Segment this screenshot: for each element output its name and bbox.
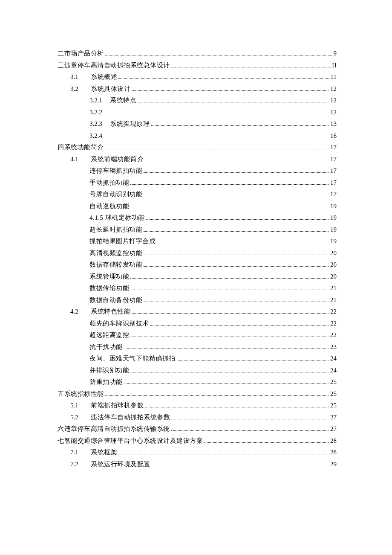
toc-entry[interactable]: 数据存储转发功能20 [58,262,337,268]
toc-entry-number: 7.2 [70,461,91,468]
toc-entry[interactable]: 3.2系统具体设计12 [58,86,337,92]
toc-entry-page: 28 [330,438,337,444]
toc-entry-title: 数据存储转发功能 [89,262,142,268]
toc-entry[interactable]: 手动抓拍功能17 [58,180,337,186]
toc-entry-page: 13 [330,121,337,127]
toc-entry[interactable]: 二市场产品分析9 [58,50,337,57]
toc-leader-dots [157,243,329,243]
toc-entry-title: 数据传输功能 [89,285,129,291]
toc-entry[interactable]: 4.1.5 球机定标功能19 [58,215,337,221]
toc-entry-page: 22 [330,320,337,327]
toc-leader-dots [105,55,332,55]
toc-leader-dots [177,360,329,360]
toc-entry[interactable]: 四系统功能简介17 [58,144,337,151]
toc-entry[interactable]: 4.1系统前端功能简介17 [58,156,337,163]
toc-entry-page: 27 [330,414,337,421]
toc-entry[interactable]: 三违章停车高清自动抓拍系统总体设计H [58,62,337,69]
toc-leader-dots [171,419,329,419]
toc-entry-number: 5.2 [70,414,91,421]
toc-entry[interactable]: 五系统指标性能25 [58,391,337,397]
toc-entry-number: 3.1 [70,74,91,80]
toc-entry-title: 系统特色性能 [91,308,130,315]
toc-entry-title: 4.1.5 球机定标功能 [89,215,145,221]
toc-entry[interactable]: 七智能交通综合管理平台中心系统设计及建设方案28 [58,438,337,444]
toc-entry-page: 28 [330,449,337,456]
toc-entry-page: 17 [330,156,337,163]
toc-entry[interactable]: 3.2.212 [58,109,337,116]
toc-entry[interactable]: 3.2.1系统特点12 [58,97,337,104]
toc-entry-title: 七智能交通综合管理平台中心系统设计及建设方案 [58,438,203,444]
toc-entry-title: 自动巡航功能 [89,203,129,209]
toc-entry-title: 号牌自动识别功能 [89,191,142,198]
toc-entry-title: 违停车辆抓拍功能 [89,168,142,174]
toc-entry-title: 前端抓拍球机参数 [91,402,144,409]
table-of-contents: 二市场产品分析9三违章停车高清自动抓拍系统总体设计H3.1系统概述113.2系统… [58,50,337,468]
toc-entry[interactable]: 7.1系统框架28 [58,449,337,456]
toc-entry[interactable]: 3.1系统概述11 [58,74,337,80]
toc-entry-page: 25 [330,391,337,397]
toc-entry-page: 9 [334,50,337,57]
toc-entry-page: 17 [330,144,337,151]
toc-entry[interactable]: 六违章停车高清自动抓拍系统传输系统27 [58,426,337,432]
toc-entry[interactable]: 5.1前端抓拍球机参数25 [58,402,337,409]
toc-entry-page: H [332,62,337,69]
toc-leader-dots [144,255,329,255]
toc-entry-title: 系统管理功能 [89,273,129,280]
toc-entry-page: 23 [330,344,337,350]
toc-leader-dots [138,102,329,102]
toc-entry[interactable]: 7.2系统运行环境及配置29 [58,461,337,468]
toc-entry-title: 防重拍功能 [89,379,123,385]
toc-entry[interactable]: 数据自动备份功能21 [58,297,337,303]
toc-entry[interactable]: 抓拍结果图片打字合成19 [58,238,337,244]
toc-leader-dots [132,90,329,91]
toc-entry-title: 违法停车自动抓拍系统参数 [91,414,170,421]
toc-entry[interactable]: 超长延时抓拍功能19 [58,227,337,233]
toc-entry-number: 4.2 [70,308,91,315]
toc-entry-page: 16 [330,133,337,139]
toc-leader-dots [118,78,329,79]
toc-entry[interactable]: 领先的车牌识别技术22 [58,320,337,327]
toc-leader-dots [144,196,329,196]
toc-entry-page: 12 [330,109,337,116]
toc-entry-title: 二市场产品分析 [58,50,104,57]
toc-entry-page: 19 [330,203,337,209]
toc-entry-title: 夜间、困难天气下能精确抓拍 [89,355,176,362]
toc-entry[interactable]: 夜间、困难天气下能精确抓拍24 [58,355,337,362]
toc-entry[interactable]: 号牌自动识别功能17 [58,191,337,198]
toc-entry-page: 17 [330,168,337,174]
toc-entry[interactable]: 3.2.3系统实现原理13 [58,121,337,127]
toc-entry[interactable]: 并排识别功能24 [58,367,337,374]
toc-entry[interactable]: 数据传输功能21 [58,285,337,291]
toc-leader-dots [130,337,329,337]
toc-leader-dots [144,172,329,173]
toc-entry[interactable]: 抗干扰功能23 [58,344,337,350]
toc-entry-page: 20 [330,273,337,280]
toc-entry-title: 抗干扰功能 [89,344,123,350]
toc-entry[interactable]: 超远距离监控22 [58,332,337,338]
toc-leader-dots [150,325,329,325]
toc-entry[interactable]: 5.2违法停车自动抓拍系统参数27 [58,414,337,421]
toc-leader-dots [171,430,329,431]
toc-entry[interactable]: 防重拍功能25 [58,379,337,385]
toc-entry-title: 系统概述 [91,74,117,80]
toc-entry[interactable]: 违停车辆抓拍功能17 [58,168,337,174]
toc-entry[interactable]: 自动巡航功能19 [58,203,337,209]
toc-entry-page: 22 [330,332,337,338]
toc-entry[interactable]: 系统管理功能20 [58,273,337,280]
toc-leader-dots [130,372,329,372]
toc-entry[interactable]: 3.2.416 [58,133,337,139]
toc-entry-number: 7.1 [70,449,91,456]
toc-entry[interactable]: 4.2系统特色性能22 [58,308,337,315]
toc-leader-dots [124,384,329,384]
toc-entry-title: 并排识别功能 [89,367,129,374]
toc-leader-dots [151,125,329,126]
toc-entry-page: 22 [330,308,337,315]
toc-leader-dots [144,231,329,232]
toc-entry-page: 20 [330,262,337,268]
toc-leader-dots [118,454,329,454]
toc-leader-dots [152,466,329,466]
toc-entry-title: 手动抓拍功能 [89,180,129,186]
toc-entry-page: 25 [330,402,337,409]
toc-entry-title: 系统具体设计 [91,86,130,92]
toc-entry[interactable]: 高清视频监控功能20 [58,250,337,256]
